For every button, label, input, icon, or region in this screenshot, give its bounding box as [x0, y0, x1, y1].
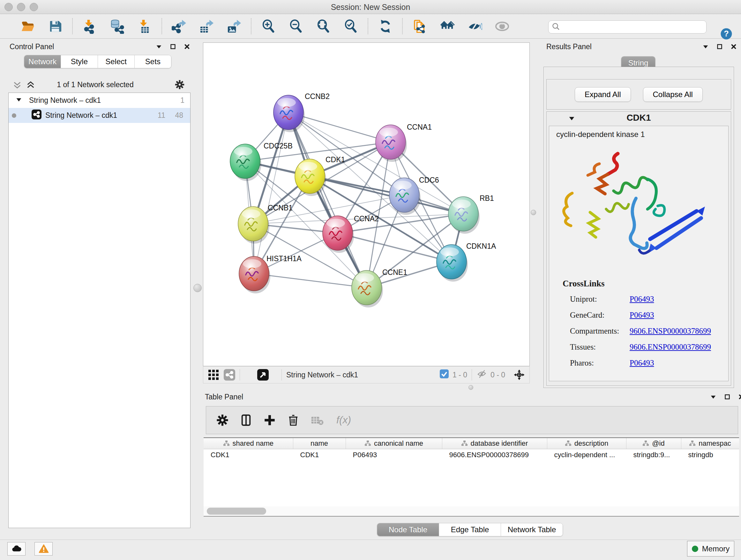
- column-header-database-identifier[interactable]: database identifier: [442, 438, 547, 449]
- add-column-icon[interactable]: [263, 414, 276, 427]
- collapse-panel-icon[interactable]: [710, 393, 717, 401]
- crosslink-value-link[interactable]: P06493: [630, 311, 654, 320]
- zoom-out-button[interactable]: [288, 18, 304, 34]
- tab-edge-table[interactable]: Edge Table: [439, 523, 501, 536]
- network-node-CCNA2[interactable]: CCNA2: [323, 214, 379, 253]
- import-network-database-button[interactable]: [109, 18, 125, 34]
- crosslink-value-link[interactable]: P06493: [630, 295, 654, 304]
- copy-network-button[interactable]: [412, 18, 428, 34]
- import-network-file-button[interactable]: [82, 18, 98, 34]
- show-columns-icon[interactable]: [239, 414, 253, 427]
- column-header--id[interactable]: @id: [626, 438, 681, 449]
- table-options-gear-icon[interactable]: [216, 414, 229, 427]
- network-tree: String Network – cdk1 1 String Network –…: [8, 92, 191, 528]
- network-node-CCNB1[interactable]: CCNB1: [238, 204, 293, 244]
- first-neighbors-button[interactable]: [439, 18, 455, 34]
- expand-all-button[interactable]: Expand All: [575, 87, 630, 102]
- search-input[interactable]: [560, 23, 703, 32]
- network-node-HIST1H1A[interactable]: HIST1H1A: [239, 254, 302, 294]
- zoom-in-button[interactable]: [260, 18, 276, 34]
- collapse-panel-icon[interactable]: [702, 43, 709, 51]
- svg-text:f(x): f(x): [336, 414, 351, 426]
- export-network-button[interactable]: [171, 18, 187, 34]
- warning-status-button[interactable]: [35, 542, 53, 556]
- search-field[interactable]: [548, 20, 706, 34]
- column-header-shared-name[interactable]: shared name: [204, 438, 293, 449]
- bottom-splitter-handle[interactable]: [468, 385, 473, 390]
- float-panel-icon[interactable]: [170, 43, 177, 51]
- cloud-status-button[interactable]: [7, 542, 25, 556]
- import-table-file-button[interactable]: [137, 18, 152, 34]
- export-table-button[interactable]: [199, 18, 214, 34]
- crosslink-row: Pharos: P06493: [570, 359, 723, 368]
- save-session-button[interactable]: [47, 18, 63, 34]
- tab-node-table[interactable]: Node Table: [377, 523, 439, 536]
- tab-style[interactable]: Style: [61, 55, 97, 68]
- function-builder-icon: f(x): [335, 413, 356, 427]
- crosslink-value-link[interactable]: P06493: [630, 359, 654, 368]
- close-panel-icon[interactable]: [738, 393, 741, 401]
- table-cell[interactable]: CDK1: [293, 449, 346, 461]
- table-hscrollbar-thumb[interactable]: [207, 508, 266, 515]
- column-header-namespac[interactable]: namespac: [681, 438, 739, 449]
- tree-root-label: String Network – cdk1: [29, 96, 101, 105]
- left-splitter-handle[interactable]: [193, 284, 202, 292]
- network-options-gear-icon[interactable]: [174, 79, 185, 91]
- help-button[interactable]: ?: [720, 27, 733, 41]
- column-header-name[interactable]: name: [293, 438, 346, 449]
- table-cell[interactable]: 9606.ENSP00000378699: [442, 449, 547, 461]
- table-cell[interactable]: P06493: [346, 449, 442, 461]
- table-cell[interactable]: CDK1: [204, 449, 293, 461]
- crosslink-value-link[interactable]: 9606.ENSP00000378699: [630, 343, 711, 352]
- crosslink-value-link[interactable]: 9606.ENSP00000378699: [630, 327, 711, 335]
- network-node-RB1[interactable]: RB1: [448, 194, 494, 234]
- memory-button[interactable]: Memory: [687, 541, 734, 557]
- tab-select[interactable]: Select: [98, 55, 134, 68]
- attribute-table[interactable]: shared namenamecanonical namedatabase id…: [204, 438, 739, 461]
- table-cell[interactable]: cyclin-dependent ...: [547, 449, 626, 461]
- export-image-button[interactable]: [226, 18, 242, 34]
- tree-expander-icon[interactable]: [16, 96, 22, 105]
- refresh-layout-button[interactable]: [377, 18, 393, 34]
- right-splitter-handle[interactable]: [531, 210, 536, 215]
- network-node-CCNE1[interactable]: CCNE1: [352, 268, 407, 307]
- network-node-CCNA1[interactable]: CCNA1: [376, 123, 432, 162]
- zoom-selected-button[interactable]: [343, 18, 359, 34]
- column-header-canonical-name[interactable]: canonical name: [346, 438, 442, 449]
- tab-network-table[interactable]: Network Table: [501, 523, 562, 536]
- network-canvas[interactable]: CCNB2 CCNA1 CDC25B CDK1 CDC6: [203, 43, 530, 366]
- selected-checkbox-icon[interactable]: [440, 369, 449, 380]
- network-node-CDK1[interactable]: CDK1: [295, 155, 345, 196]
- zoom-fit-button[interactable]: [315, 18, 331, 34]
- close-panel-icon[interactable]: [184, 43, 191, 51]
- network-tree-child-row[interactable]: String Network – cdk1 11 48: [9, 108, 190, 123]
- tab-network[interactable]: Network: [24, 55, 61, 68]
- delete-column-icon[interactable]: [286, 414, 300, 427]
- network-tree-root-row[interactable]: String Network – cdk1 1: [9, 93, 190, 108]
- column-header-description[interactable]: description: [547, 438, 626, 449]
- close-panel-icon[interactable]: [730, 43, 737, 51]
- network-edge[interactable]: [254, 112, 288, 273]
- show-all-button: [494, 18, 510, 34]
- table-cell[interactable]: stringdb:9...: [626, 449, 681, 461]
- collapse-all-button[interactable]: Collapse All: [643, 87, 703, 102]
- hide-selected-button[interactable]: [467, 18, 482, 34]
- network-node-CCNB2[interactable]: CCNB2: [273, 92, 330, 132]
- open-session-button[interactable]: [20, 18, 36, 34]
- pan-move-icon[interactable]: [514, 369, 525, 381]
- float-panel-icon[interactable]: [724, 393, 731, 401]
- open-in-new-icon[interactable]: [257, 369, 269, 381]
- node-label: CCNA2: [354, 214, 379, 223]
- table-cell[interactable]: stringdb: [681, 449, 739, 461]
- network-node-CDC25B[interactable]: CDC25B: [230, 142, 293, 181]
- table-hscrollbar[interactable]: [204, 506, 739, 516]
- float-panel-icon[interactable]: [716, 43, 723, 51]
- tab-sets[interactable]: Sets: [134, 55, 171, 68]
- table-row[interactable]: CDK1CDK1P064939606.ENSP00000378699cyclin…: [204, 449, 739, 461]
- node-label: CCNB2: [305, 92, 330, 101]
- birdseye-grid-icon[interactable]: [208, 369, 219, 381]
- network-edge[interactable]: [254, 273, 367, 288]
- network-node-CDKN1A[interactable]: CDKN1A: [436, 242, 496, 282]
- share-view-icon[interactable]: [224, 369, 235, 381]
- collapse-panel-icon[interactable]: [155, 43, 162, 51]
